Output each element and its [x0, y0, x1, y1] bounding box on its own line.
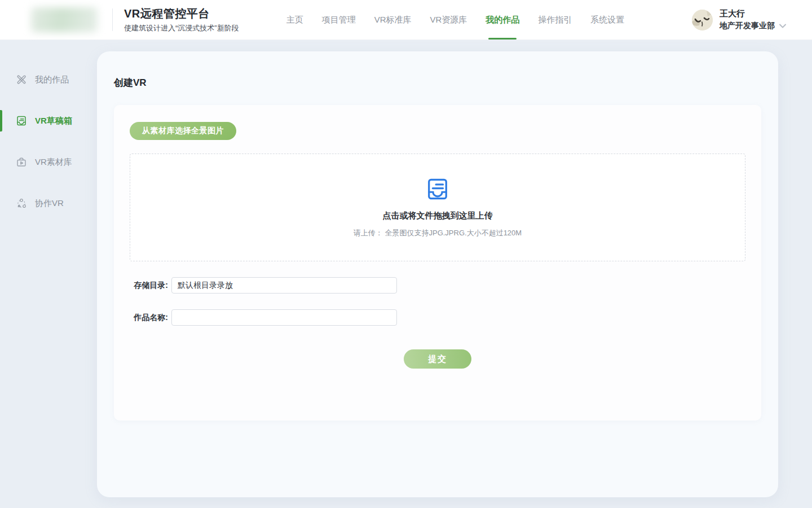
main-area: 创建VR 从素材库选择全景图片 点击或将文件拖拽到这里上传 请上传： 全景图仅支…	[97, 40, 812, 508]
sidebar-item-vr-draft-box[interactable]: VR草稿箱	[0, 113, 97, 128]
user-department: 地产开发事业部	[720, 21, 775, 31]
user-menu[interactable]: 王大行 地产开发事业部	[692, 8, 787, 31]
top-nav: 主页 项目管理 VR标准库 VR资源库 我的作品 操作指引 系统设置	[286, 0, 625, 40]
brand-text: VR远程管控平台 使建筑设计进入“沉浸式技术”新阶段	[124, 6, 239, 33]
nav-item-home[interactable]: 主页	[286, 0, 303, 40]
upload-document-icon	[426, 177, 449, 201]
material-library-icon	[16, 156, 27, 168]
nav-item-my-works[interactable]: 我的作品	[486, 0, 519, 40]
storage-directory-label: 存储目录:	[130, 281, 168, 291]
upload-hint-text: 请上传： 全景图仅支持JPG.JPRG.大小不超过120M	[354, 228, 522, 238]
edit-tools-icon	[16, 74, 27, 85]
storage-directory-row: 存储目录:	[130, 277, 745, 294]
work-name-row: 作品名称:	[130, 309, 745, 326]
upload-dropzone[interactable]: 点击或将文件拖拽到这里上传 请上传： 全景图仅支持JPG.JPRG.大小不超过1…	[130, 154, 745, 261]
user-info: 王大行 地产开发事业部	[720, 8, 787, 31]
upload-main-text: 点击或将文件拖拽到这里上传	[383, 211, 493, 221]
draft-box-icon	[16, 115, 27, 126]
sidebar: 我的作品 VR草稿箱 VR素材库	[0, 40, 97, 508]
sidebar-item-collaborate-vr[interactable]: 协作VR	[0, 196, 97, 211]
sidebar-item-label: VR素材库	[35, 157, 72, 168]
app-title: VR远程管控平台	[124, 6, 239, 21]
create-vr-card: 创建VR 从素材库选择全景图片 点击或将文件拖拽到这里上传 请上传： 全景图仅支…	[97, 51, 778, 497]
sidebar-item-vr-material-library[interactable]: VR素材库	[0, 155, 97, 169]
active-nav-underline	[488, 38, 517, 40]
nav-item-system-settings[interactable]: 系统设置	[590, 0, 624, 40]
sidebar-item-my-works[interactable]: 我的作品	[0, 72, 97, 87]
avatar-cartoon-cat	[692, 10, 713, 30]
nav-item-operation-guide[interactable]: 操作指引	[538, 0, 572, 40]
brand-divider	[112, 8, 113, 31]
top-header: VR远程管控平台 使建筑设计进入“沉浸式技术”新阶段 主页 项目管理 VR标准库…	[0, 0, 812, 40]
work-name-label: 作品名称:	[130, 313, 168, 323]
work-name-input[interactable]	[171, 309, 397, 326]
avatar[interactable]	[692, 10, 713, 30]
company-logo	[31, 7, 98, 32]
page-title: 创建VR	[114, 76, 761, 89]
sidebar-item-label: 协作VR	[35, 198, 64, 209]
collaboration-icon	[16, 198, 27, 209]
chevron-down-icon[interactable]	[779, 23, 787, 29]
submit-button[interactable]: 提交	[404, 349, 471, 369]
sidebar-item-label: 我的作品	[35, 75, 69, 85]
create-vr-form: 存储目录: 作品名称:	[130, 277, 745, 326]
sidebar-active-indicator	[0, 110, 2, 132]
select-from-library-button[interactable]: 从素材库选择全景图片	[130, 122, 236, 140]
nav-item-my-works-label: 我的作品	[486, 15, 519, 25]
storage-directory-input[interactable]	[171, 277, 397, 294]
create-vr-form-panel: 从素材库选择全景图片 点击或将文件拖拽到这里上传 请上传： 全景图仅支持JPG.…	[114, 105, 761, 421]
sidebar-item-label: VR草稿箱	[35, 116, 72, 126]
nav-item-project-management[interactable]: 项目管理	[322, 0, 356, 40]
app-subtitle: 使建筑设计进入“沉浸式技术”新阶段	[124, 23, 239, 33]
user-name: 王大行	[720, 8, 787, 19]
nav-item-vr-standard-library[interactable]: VR标准库	[374, 0, 412, 40]
nav-item-vr-resource-library[interactable]: VR资源库	[430, 0, 467, 40]
